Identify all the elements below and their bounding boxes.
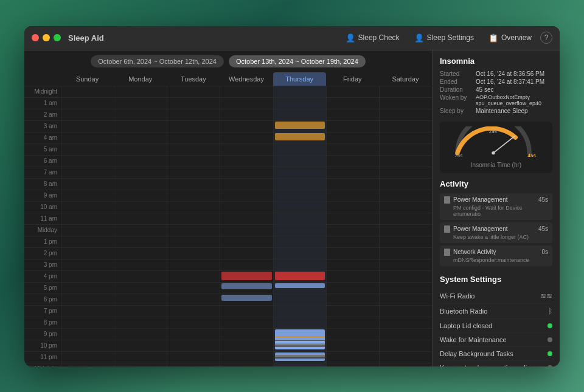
sys-setting-row: Delay Background Tasks <box>440 347 552 361</box>
day-cell <box>167 306 220 317</box>
svg-line-4 <box>493 136 515 153</box>
time-label: 11 pm <box>24 352 61 363</box>
day-cell <box>61 156 114 167</box>
sys-setting-name: Keep network connections alive <box>440 364 534 366</box>
close-button[interactable] <box>32 34 39 41</box>
time-row: 4 pm <box>24 271 432 283</box>
started-label: Started <box>440 70 473 77</box>
day-cell <box>167 225 220 236</box>
day-header-thursday: Thursday <box>273 72 326 86</box>
thursday-cell <box>273 352 326 363</box>
day-cell <box>114 248 167 259</box>
activity-time: 0s <box>541 249 548 255</box>
day-cell <box>167 202 220 213</box>
activity-time: 45s <box>538 196 548 203</box>
day-cell <box>114 317 167 328</box>
time-label: 6 am <box>24 156 61 167</box>
ended-label: Ended <box>440 78 473 85</box>
day-cell <box>379 121 432 132</box>
day-cell <box>379 248 432 259</box>
time-row: 9 am <box>24 190 432 202</box>
day-cell <box>167 86 220 97</box>
day-cell <box>220 294 273 305</box>
time-label: 4 am <box>24 132 61 143</box>
day-cell <box>379 225 432 236</box>
day-cell <box>167 109 220 120</box>
day-cell <box>114 132 167 143</box>
day-cell <box>326 98 379 109</box>
day-cell <box>326 132 379 143</box>
day-cell <box>220 132 273 143</box>
sleep-check-button[interactable]: 👤 Sleep Check <box>339 31 406 45</box>
help-button[interactable]: ? <box>540 32 552 44</box>
day-cell <box>114 306 167 317</box>
time-label: Midnight <box>24 363 61 366</box>
activity-item: Power Management 45s PM configd - Wait f… <box>440 193 552 220</box>
day-cell <box>61 306 114 317</box>
day-cell <box>220 156 273 167</box>
sleep-label: Sleep by <box>440 108 473 114</box>
day-cell <box>326 329 379 340</box>
day-cell <box>326 340 379 351</box>
sleep-settings-button[interactable]: 👤 Sleep Settings <box>408 31 480 45</box>
day-cell <box>114 98 167 109</box>
time-label: 9 pm <box>24 329 61 340</box>
day-cell <box>326 294 379 305</box>
day-cell <box>167 317 220 328</box>
day-header-tuesday: Tuesday <box>167 72 220 86</box>
day-cell <box>61 248 114 259</box>
thursday-cell <box>273 294 326 305</box>
day-cell <box>114 225 167 236</box>
day-cell <box>326 306 379 317</box>
sys-setting-name: Wi-Fi Radio <box>440 292 474 300</box>
thursday-cell <box>273 283 326 294</box>
time-row: 1 pm <box>24 236 432 248</box>
day-cell <box>326 225 379 236</box>
gauge-svg: 26s 29s 45s <box>445 126 542 157</box>
prev-date-range[interactable]: October 6th, 2024 ~ October 12th, 2024 <box>91 55 224 67</box>
time-label: 3 am <box>24 121 61 132</box>
time-label: 6 pm <box>24 294 61 305</box>
day-cell <box>220 271 273 282</box>
day-cell <box>114 190 167 201</box>
day-cell <box>220 121 273 132</box>
overview-button[interactable]: 📋 Overview <box>482 31 538 45</box>
activity-name: Power Management <box>453 196 535 203</box>
content-area: October 6th, 2024 ~ October 12th, 2024 O… <box>24 50 560 366</box>
thursday-cell <box>273 190 326 201</box>
time-label: 1 pm <box>24 236 61 247</box>
current-date-range[interactable]: October 13th, 2024 ~ October 19th, 2024 <box>229 55 366 67</box>
day-cell <box>114 156 167 167</box>
day-cell <box>61 190 114 201</box>
day-cell <box>167 98 220 109</box>
thursday-cell <box>273 202 326 213</box>
time-label: 10 pm <box>24 340 61 351</box>
day-cell <box>326 202 379 213</box>
minimize-button[interactable] <box>43 34 50 41</box>
day-cell <box>61 317 114 328</box>
day-cell <box>326 179 379 190</box>
sleep-settings-icon: 👤 <box>414 33 424 43</box>
day-cell <box>220 283 273 294</box>
day-cell <box>61 202 114 213</box>
day-cell <box>114 202 167 213</box>
time-row: 7 pm <box>24 306 432 317</box>
day-cell <box>379 190 432 201</box>
doc-icon <box>444 196 450 204</box>
day-cell <box>167 248 220 259</box>
maximize-button[interactable] <box>54 34 61 41</box>
day-cell <box>61 260 114 270</box>
day-cell <box>167 271 220 282</box>
system-settings-section: System Settings Wi-Fi Radio ≋≋ Bluetooth… <box>440 275 552 366</box>
day-cell <box>220 260 273 270</box>
activity-title: Activity <box>440 179 552 188</box>
day-cell <box>326 121 379 132</box>
thursday-cell <box>273 260 326 270</box>
time-row: 10 pm <box>24 340 432 352</box>
day-cell <box>61 329 114 340</box>
time-label: 5 am <box>24 144 61 155</box>
time-row: 10 am <box>24 202 432 213</box>
day-cell <box>167 329 220 340</box>
sys-settings-items: Wi-Fi Radio ≋≋ Bluetooth Radio ᛒ Laptop … <box>440 289 552 366</box>
day-cell <box>167 236 220 247</box>
